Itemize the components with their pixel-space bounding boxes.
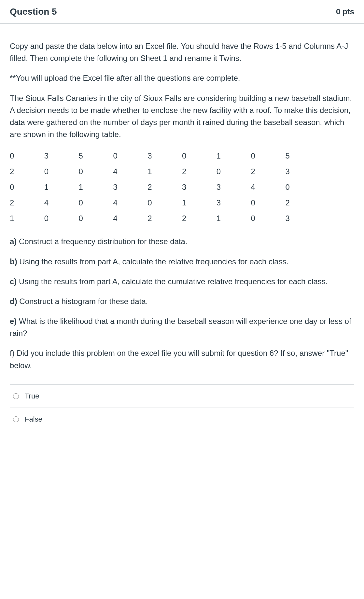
table-cell: 1 [217,211,251,226]
table-cell: 3 [285,164,320,179]
radio-false[interactable] [13,416,19,422]
table-cell: 0 [285,179,320,195]
answer-options: True False [10,384,354,431]
table-cell: 1 [79,179,113,195]
subpart-text: Using the results from part A, calculate… [17,277,328,286]
question-points: 0 pts [336,7,354,16]
table-cell: 1 [147,164,182,179]
table-cell: 1 [217,148,251,164]
question-body: Copy and paste the data below into an Ex… [0,24,364,441]
subpart-a: a) Construct a frequency distribution fo… [10,235,354,247]
table-cell: 3 [217,195,251,211]
table-cell: 2 [251,164,286,179]
subpart-f: f) Did you include this problem on the e… [10,347,354,371]
option-label-true: True [25,392,39,400]
table-cell: 0 [217,164,251,179]
table-cell: 1 [44,179,79,195]
option-label-false: False [25,415,42,424]
table-cell: 4 [113,164,147,179]
subpart-d: d) Construct a histogram for these data. [10,295,354,307]
table-cell: 4 [251,179,286,195]
table-cell: 2 [147,211,182,226]
data-table: 0 3 5 0 3 0 1 0 5 2 0 0 4 1 2 0 2 3 [10,148,354,226]
table-cell: 2 [10,164,44,179]
intro-paragraph-2: **You will upload the Excel file after a… [10,72,354,84]
table-cell: 5 [79,148,113,164]
option-false[interactable]: False [10,408,354,431]
table-cell [320,164,354,179]
table-cell [320,179,354,195]
table-cell [320,211,354,226]
table-cell: 2 [147,179,182,195]
table-cell: 3 [147,148,182,164]
subpart-label: e) [10,317,17,326]
subpart-text: Construct a frequency distribution for t… [17,237,187,246]
subpart-label: b) [10,257,17,266]
subpart-label: c) [10,277,17,286]
option-true[interactable]: True [10,385,354,408]
table-cell: 0 [10,179,44,195]
table-cell: 0 [10,148,44,164]
subpart-e: e) What is the likelihood that a month d… [10,315,354,339]
table-cell: 0 [251,195,286,211]
subpart-c: c) Using the results from part A, calcul… [10,275,354,287]
table-cell: 3 [113,179,147,195]
question-header: Question 5 0 pts [0,0,364,24]
intro-paragraph-3: The Sioux Falls Canaries in the city of … [10,92,354,141]
table-cell: 4 [113,195,147,211]
table-row: 2 4 0 4 0 1 3 0 2 [10,195,354,211]
table-cell: 2 [285,195,320,211]
table-row: 2 0 0 4 1 2 0 2 3 [10,164,354,179]
table-cell: 0 [79,164,113,179]
table-cell: 1 [10,211,44,226]
question-title: Question 5 [10,7,57,17]
table-cell: 4 [113,211,147,226]
table-cell: 2 [182,164,217,179]
table-cell: 0 [113,148,147,164]
radio-true[interactable] [13,393,19,399]
table-cell [320,195,354,211]
table-cell: 2 [10,195,44,211]
subpart-label: d) [10,297,17,306]
table-cell: 0 [79,211,113,226]
table-cell: 0 [251,211,286,226]
table-cell: 0 [44,211,79,226]
subpart-text: Did you include this problem on the exce… [10,349,348,369]
table-cell: 3 [182,179,217,195]
table-row: 0 1 1 3 2 3 3 4 0 [10,179,354,195]
table-cell: 4 [44,195,79,211]
subpart-label: a) [10,237,17,246]
subpart-text: Construct a histogram for these data. [17,297,148,306]
table-cell: 0 [251,148,286,164]
table-cell: 3 [285,211,320,226]
subpart-b: b) Using the results from part A, calcul… [10,256,354,268]
table-cell: 0 [182,148,217,164]
table-cell: 0 [44,164,79,179]
subpart-text: What is the likelihood that a month duri… [10,317,351,338]
table-cell: 3 [217,179,251,195]
table-cell [320,148,354,164]
intro-paragraph-1: Copy and paste the data below into an Ex… [10,40,354,64]
table-cell: 0 [79,195,113,211]
table-cell: 0 [147,195,182,211]
subpart-label: f) [10,349,15,357]
table-cell: 2 [182,211,217,226]
table-cell: 5 [285,148,320,164]
table-row: 0 3 5 0 3 0 1 0 5 [10,148,354,164]
table-cell: 1 [182,195,217,211]
table-row: 1 0 0 4 2 2 1 0 3 [10,211,354,226]
subpart-text: Using the results from part A, calculate… [17,257,289,266]
table-cell: 3 [44,148,79,164]
